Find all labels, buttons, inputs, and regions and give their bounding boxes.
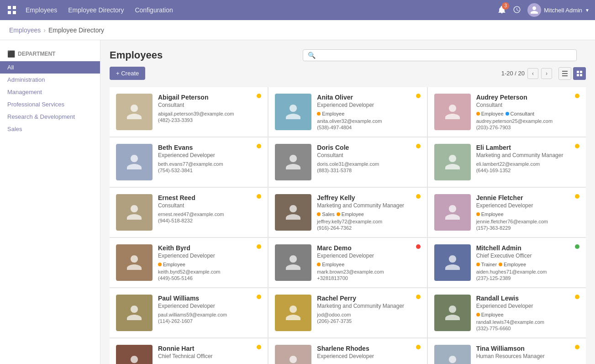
breadcrumb-current: Employee Directory (48, 26, 104, 34)
notification-badge: 3 (502, 2, 509, 10)
employee-card[interactable]: Sharlene Rhodes Experienced Developer (269, 338, 427, 364)
create-button[interactable]: + Create (110, 67, 145, 80)
sidebar-item-sales[interactable]: Sales (0, 123, 100, 135)
prev-page-button[interactable]: ‹ (527, 68, 538, 79)
employee-photo (434, 295, 471, 331)
employee-photo (275, 345, 311, 364)
employee-name: Rachel Perry (317, 295, 420, 302)
clock-icon[interactable] (513, 5, 521, 15)
nav-employee-directory-link[interactable]: Employee Directory (68, 6, 124, 14)
search-bar[interactable]: 🔍 (303, 49, 577, 61)
status-indicator (416, 244, 421, 249)
sidebar-item-research-development[interactable]: Research & Development (0, 111, 100, 123)
toolbar-right: 1-20 / 20 ‹ › (501, 67, 586, 80)
main-layout: ⬛ DEPARTMENT All Administration Manageme… (0, 40, 595, 364)
grid-view-button[interactable] (573, 67, 586, 80)
sidebar-item-professional-services[interactable]: Professional Services (0, 98, 100, 111)
employee-card[interactable]: Randall Lewis Experienced Developer Empl… (428, 288, 586, 338)
employee-tag: Employee (499, 262, 526, 267)
employee-phone: (644)-169-1352 (476, 168, 579, 173)
status-indicator (416, 194, 421, 199)
employee-card[interactable]: Abigail Peterson Consultant abigail.pete… (110, 87, 268, 137)
view-toggle (558, 67, 586, 80)
user-menu[interactable]: Mitchell Admin ▼ (527, 3, 590, 17)
search-input[interactable] (318, 52, 572, 59)
svg-rect-7 (577, 71, 579, 73)
svg-rect-10 (580, 74, 582, 76)
employee-card[interactable]: Mitchell Admin Chief Executive Officer T… (428, 238, 586, 287)
breadcrumb-parent[interactable]: Employees (9, 26, 41, 34)
list-view-button[interactable] (558, 67, 571, 80)
sidebar-item-all[interactable]: All (0, 61, 100, 74)
employee-name: Randall Lewis (476, 295, 579, 302)
notification-icon[interactable]: 3 (497, 5, 506, 16)
employee-card[interactable]: Tina Williamson Human Resources Manager (428, 338, 586, 364)
employee-name: Abigail Peterson (158, 94, 261, 101)
employee-card[interactable]: Ernest Reed Consultant ernest.reed47@exa… (110, 188, 268, 237)
employee-card[interactable]: Jennie Fletcher Experienced Developer Em… (428, 188, 586, 237)
grid-menu-icon[interactable] (5, 4, 18, 16)
employee-email: jeffrey.kelly72@example.com (317, 219, 420, 224)
employee-title: Marketing and Community Manager (317, 202, 420, 209)
user-name: Mitchell Admin (544, 7, 582, 14)
employee-title: Experienced Developer (317, 102, 420, 108)
next-page-button[interactable]: › (541, 68, 552, 79)
employee-photo (275, 295, 311, 331)
status-indicator (416, 144, 421, 148)
employee-photo (434, 244, 471, 281)
employee-phone: (157)-363-8229 (476, 225, 579, 231)
nav-employees-link[interactable]: Employees (26, 6, 57, 14)
employee-info: Ronnie Hart Chief Technical Officer (158, 345, 261, 362)
employee-phone: (206)-267-3735 (317, 318, 420, 324)
breadcrumb-separator: › (43, 26, 46, 34)
employee-title: Chief Technical Officer (158, 353, 261, 359)
svg-rect-2 (8, 11, 11, 14)
sidebar-item-management[interactable]: Management (0, 86, 100, 98)
employee-name: Ronnie Hart (158, 345, 261, 352)
employee-email: aiden.hughes71@example.com (476, 269, 579, 274)
user-dropdown-arrow: ▼ (585, 8, 590, 13)
employee-title: Experienced Developer (158, 152, 261, 158)
employee-title: Experienced Developer (158, 303, 261, 309)
employee-name: Doris Cole (317, 144, 420, 151)
employee-email: randall.lewis74@example.com (476, 319, 579, 325)
employee-info: Ernest Reed Consultant ernest.reed47@exa… (158, 194, 261, 223)
employee-card[interactable]: Beth Evans Experienced Developer beth.ev… (110, 137, 268, 187)
employee-email: abigail.peterson39@example.com (158, 111, 261, 116)
employee-card[interactable]: Doris Cole Consultant doris.cole31@examp… (269, 137, 427, 187)
employee-photo (275, 244, 311, 281)
employee-phone: (332)-775-6660 (476, 326, 579, 331)
employee-name: Marc Demo (317, 244, 420, 252)
employee-tag: Employee (337, 211, 364, 217)
sidebar-item-administration[interactable]: Administration (0, 74, 100, 86)
status-indicator (575, 345, 579, 349)
user-avatar (527, 3, 541, 17)
nav-configuration-link[interactable]: Configuration (135, 6, 173, 14)
employee-photo (116, 244, 153, 281)
employee-card[interactable]: Marc Demo Experienced Developer Employee… (269, 238, 427, 287)
employee-card[interactable]: Keith Byrd Experienced Developer Employe… (110, 238, 268, 287)
employee-info: Jeffrey Kelly Marketing and Community Ma… (317, 194, 420, 231)
employee-card[interactable]: Eli Lambert Marketing and Community Mana… (428, 137, 586, 187)
employee-email: keith.byrd52@example.com (158, 269, 261, 274)
employee-title: Experienced Developer (317, 353, 420, 359)
employee-card[interactable]: Rachel Perry Marketing and Community Man… (269, 288, 427, 338)
employee-card[interactable]: Jeffrey Kelly Marketing and Community Ma… (269, 188, 427, 237)
employee-name: Beth Evans (158, 144, 261, 151)
employee-title: Consultant (476, 102, 579, 108)
employee-card[interactable]: Ronnie Hart Chief Technical Officer (110, 338, 268, 364)
employee-info: Randall Lewis Experienced Developer Empl… (476, 295, 579, 331)
employee-info: Eli Lambert Marketing and Community Mana… (476, 144, 579, 173)
employee-phone: +3281813700 (317, 275, 420, 281)
employee-card[interactable]: Anita Oliver Experienced Developer Emplo… (269, 87, 427, 137)
employee-title: Marketing and Community Manager (317, 303, 420, 309)
employee-info: Beth Evans Experienced Developer beth.ev… (158, 144, 261, 173)
employee-tag: Consultant (505, 111, 535, 116)
employee-card[interactable]: Audrey Peterson Consultant Employee Cons… (428, 87, 586, 137)
svg-rect-9 (577, 74, 579, 76)
employee-photo (275, 144, 311, 180)
employee-info: Marc Demo Experienced Developer Employee… (317, 244, 420, 281)
employee-info: Doris Cole Consultant doris.cole31@examp… (317, 144, 420, 173)
employee-card[interactable]: Paul Williams Experienced Developer paul… (110, 288, 268, 338)
employee-tag: Employee (476, 111, 504, 116)
